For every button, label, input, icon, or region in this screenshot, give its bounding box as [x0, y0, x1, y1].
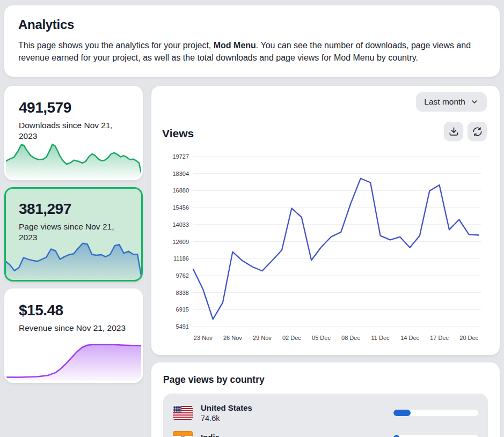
india-country-text: India	[201, 433, 220, 437]
us-flag-icon	[173, 406, 193, 420]
country-name: India	[201, 433, 220, 437]
revenue-label: Revenue since Nov 21, 2023	[19, 323, 129, 333]
svg-text:6915: 6915	[176, 307, 189, 313]
header-card: Analytics This page shows you the analyt…	[4, 5, 500, 77]
country-value: 74.6k	[201, 414, 252, 423]
svg-text:17 Dec: 17 Dec	[430, 335, 449, 341]
svg-text:29 Nov: 29 Nov	[253, 335, 272, 341]
us-progress-track	[393, 410, 478, 416]
stat-card-revenue[interactable]: $15.48 Revenue since Nov 21, 2023	[4, 288, 143, 383]
views-chart-card: Last month Views	[151, 86, 500, 355]
page-views-label: Page views since Nov 21, 2023	[19, 221, 129, 242]
india-progress-fill	[393, 435, 399, 437]
chevron-down-icon	[470, 98, 479, 106]
refresh-chart-button[interactable]	[468, 122, 487, 141]
stats-column: 491,579 Downloads since Nov 21, 2023 381…	[4, 86, 143, 383]
project-name: Mod Menu	[214, 41, 256, 50]
page-title: Analytics	[18, 17, 486, 32]
country-card-title: Page views by country	[163, 374, 488, 386]
chart-action-buttons	[444, 122, 487, 141]
download-icon	[449, 127, 459, 137]
stat-card-downloads[interactable]: 491,579 Downloads since Nov 21, 2023	[4, 86, 143, 180]
svg-text:02 Dec: 02 Dec	[282, 335, 301, 341]
revenue-value: $15.48	[19, 302, 141, 319]
svg-text:11 Dec: 11 Dec	[371, 335, 390, 341]
svg-text:26 Nov: 26 Nov	[223, 335, 242, 341]
range-selector-button[interactable]: Last month	[416, 92, 487, 112]
export-chart-button[interactable]	[444, 122, 463, 141]
downloads-stat-text: 491,579 Downloads since Nov 21, 2023	[6, 87, 141, 141]
chart-head: Views	[162, 122, 487, 141]
content-columns: 491,579 Downloads since Nov 21, 2023 381…	[4, 86, 500, 437]
svg-text:18304: 18304	[172, 171, 189, 177]
country-list: United States 74.6k India	[163, 394, 488, 437]
india-progress-track	[393, 435, 478, 437]
page-root: Analytics This page shows you the analyt…	[0, 0, 504, 437]
country-row-united-states: United States 74.6k	[170, 399, 481, 427]
refresh-icon	[472, 127, 483, 137]
views-line-chart: 1972718304168801545614033126091118697628…	[162, 150, 491, 345]
svg-text:9762: 9762	[176, 272, 189, 279]
page-views-by-country-card: Page views by country United States 74.6…	[151, 362, 500, 437]
svg-text:8338: 8338	[176, 290, 189, 296]
svg-text:20 Dec: 20 Dec	[459, 335, 478, 341]
svg-text:23 Nov: 23 Nov	[194, 335, 213, 341]
downloads-label: Downloads since Nov 21, 2023	[19, 120, 129, 141]
svg-text:5491: 5491	[176, 323, 189, 330]
range-row: Last month	[162, 92, 487, 112]
india-flag-icon	[173, 431, 193, 437]
svg-text:08 Dec: 08 Dec	[341, 335, 360, 341]
svg-text:14033: 14033	[172, 221, 189, 228]
country-row-india: India	[170, 427, 481, 437]
chart-title: Views	[162, 127, 194, 141]
page-views-stat-text: 381,297 Page views since Nov 21, 2023	[6, 189, 141, 242]
range-selector-label: Last month	[424, 97, 465, 107]
svg-text:12609: 12609	[172, 239, 189, 245]
main-column: Last month Views	[151, 86, 500, 437]
page-description: This page shows you the analytics for yo…	[18, 40, 486, 64]
downloads-value: 491,579	[19, 99, 141, 116]
us-progress-fill	[393, 410, 411, 416]
svg-text:14 Dec: 14 Dec	[400, 335, 419, 341]
country-name: United States	[201, 403, 252, 412]
svg-text:11186: 11186	[173, 256, 189, 262]
revenue-sparkline	[5, 339, 142, 382]
stat-card-page-views[interactable]: 381,297 Page views since Nov 21, 2023	[4, 187, 143, 282]
svg-text:16880: 16880	[172, 188, 189, 194]
page-views-value: 381,297	[19, 201, 141, 218]
us-country-text: United States 74.6k	[201, 403, 252, 423]
downloads-sparkline	[5, 136, 142, 179]
svg-text:05 Dec: 05 Dec	[312, 335, 331, 341]
revenue-stat-text: $15.48 Revenue since Nov 21, 2023	[6, 290, 141, 333]
svg-text:19727: 19727	[172, 153, 189, 160]
svg-text:15456: 15456	[172, 205, 189, 211]
page-views-sparkline	[5, 238, 142, 280]
